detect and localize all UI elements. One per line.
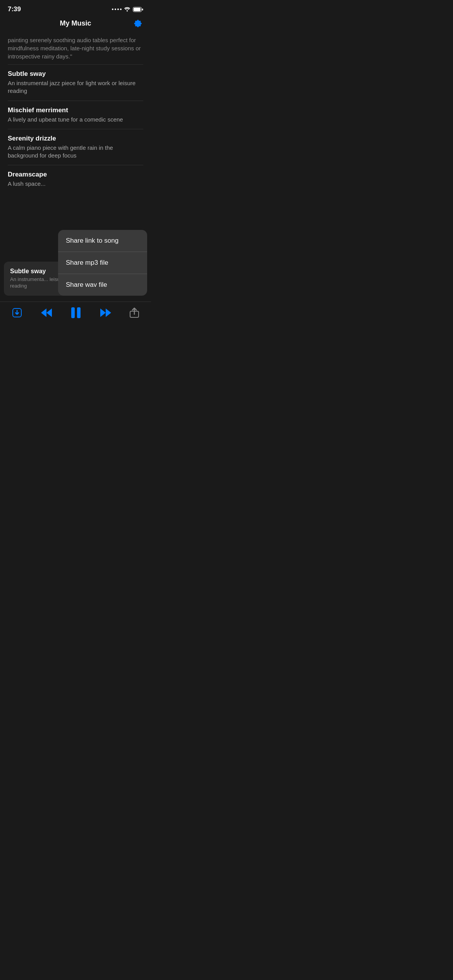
fast-forward-button[interactable] — [99, 307, 113, 318]
svg-marker-9 — [106, 308, 111, 317]
wifi-icon — [124, 7, 130, 12]
context-menu: Share link to song Share mp3 file Share … — [58, 230, 147, 296]
share-wav-button[interactable]: Share wav file — [58, 274, 147, 296]
svg-rect-7 — [77, 307, 81, 318]
song-title: Serenity drizzle — [8, 135, 143, 142]
song-partial-top: painting serenely soothing audio tables … — [8, 32, 143, 65]
share-mp3-button[interactable]: Share mp3 file — [58, 252, 147, 274]
song-title: Dreamscape — [8, 171, 143, 178]
download-button[interactable] — [12, 307, 22, 318]
song-title: Subtle sway — [8, 70, 143, 78]
battery-icon — [133, 7, 143, 12]
status-time: 7:39 — [8, 5, 21, 13]
svg-marker-4 — [41, 308, 46, 317]
song-description: A calm piano piece with gentle rain in t… — [8, 144, 143, 160]
svg-marker-8 — [100, 308, 106, 317]
status-bar: 7:39 — [0, 0, 151, 16]
list-item[interactable]: Subtle sway An instrumental jazz piece f… — [8, 65, 143, 101]
list-item[interactable]: Dreamscape A lush space... — [8, 165, 143, 193]
song-description: An instrumental jazz piece for light wor… — [8, 79, 143, 95]
partial-desc-text: painting serenely soothing audio tables … — [8, 37, 141, 60]
song-list: painting serenely soothing audio tables … — [0, 32, 151, 194]
pause-button[interactable] — [70, 307, 82, 319]
list-item[interactable]: Mischief merriment A lively and upbeat t… — [8, 101, 143, 129]
player-bar — [0, 302, 151, 327]
nav-bar: My Music — [0, 16, 151, 32]
svg-rect-1 — [142, 9, 143, 10]
settings-button[interactable] — [133, 19, 143, 29]
signal-icon — [112, 9, 122, 10]
svg-rect-6 — [71, 307, 75, 318]
svg-marker-5 — [46, 308, 52, 317]
page-title: My Music — [60, 19, 91, 27]
song-description: A lively and upbeat tune for a comedic s… — [8, 116, 143, 123]
list-item[interactable]: Serenity drizzle A calm piano piece with… — [8, 129, 143, 166]
rewind-button[interactable] — [39, 307, 53, 318]
share-link-button[interactable]: Share link to song — [58, 230, 147, 252]
share-button[interactable] — [129, 307, 139, 318]
status-icons — [112, 7, 143, 12]
svg-rect-2 — [134, 8, 141, 11]
song-title: Mischief merriment — [8, 106, 143, 114]
song-description: A lush space... — [8, 180, 143, 188]
